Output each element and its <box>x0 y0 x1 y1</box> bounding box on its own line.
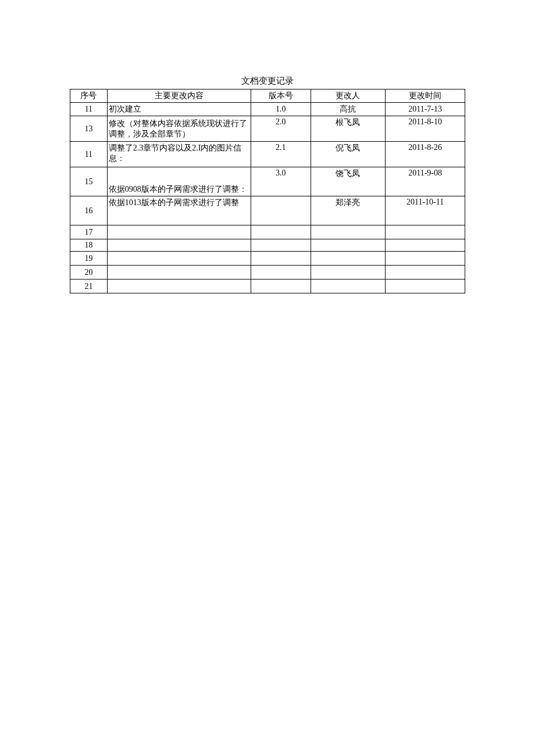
table-row: 11初次建立1.0高抗2011-7-13 <box>70 103 465 116</box>
cell-content: 修改（对整体内容依据系统现状进行了调整，涉及全部章节） <box>107 116 251 142</box>
cell-date: 2011-8-26 <box>386 142 465 167</box>
cell-content: 初次建立 <box>107 103 251 116</box>
table-body: 11初次建立1.0高抗2011-7-1313修改（对整体内容依据系统现状进行了调… <box>70 103 465 293</box>
cell-changer: 高抗 <box>311 103 386 116</box>
cell-date <box>386 266 465 280</box>
table-row: 21 <box>70 280 465 293</box>
table-row: 11调整了2.3章节内容以及2.I内的图片信息：2.1倪飞凤2011-8-26 <box>70 142 465 167</box>
change-log-table: 序号 主要更改内容 版本号 更改人 更改时间 11初次建立1.0高抗2011-7… <box>70 89 465 293</box>
cell-changer: 根飞凤 <box>311 116 386 142</box>
cell-version <box>251 266 311 280</box>
cell-version <box>251 196 311 225</box>
cell-changer <box>311 225 386 239</box>
cell-content <box>107 225 251 239</box>
header-seq: 序号 <box>70 89 108 103</box>
cell-seq: 18 <box>70 239 108 252</box>
cell-seq: 16 <box>70 196 108 225</box>
cell-date <box>386 280 465 293</box>
cell-content: 依据0908版本的子网需求进行了调整： <box>107 167 251 196</box>
table-row: 20 <box>70 266 465 280</box>
cell-changer <box>311 239 386 252</box>
cell-changer <box>311 252 386 266</box>
cell-content: 调整了2.3章节内容以及2.I内的图片信息： <box>107 142 251 167</box>
cell-seq: 11 <box>70 103 108 116</box>
cell-version <box>251 280 311 293</box>
cell-version: 1.0 <box>251 103 311 116</box>
cell-changer: 饶飞凤 <box>311 167 386 196</box>
cell-date <box>386 239 465 252</box>
cell-seq: 17 <box>70 225 108 239</box>
cell-changer: 倪飞凤 <box>311 142 386 167</box>
cell-version <box>251 225 311 239</box>
cell-date: 2011-10-11 <box>386 196 465 225</box>
table-row: 16依据1013版本的子网需求进行了调整郑泽亮2011-10-11 <box>70 196 465 225</box>
cell-changer: 郑泽亮 <box>311 196 386 225</box>
cell-date: 2011-9-08 <box>386 167 465 196</box>
cell-content <box>107 252 251 266</box>
cell-changer <box>311 266 386 280</box>
document-title: 文档变更记录 <box>70 76 465 87</box>
cell-content <box>107 266 251 280</box>
header-date: 更改时间 <box>386 89 465 103</box>
table-row: 18 <box>70 239 465 252</box>
table-row: 15依据0908版本的子网需求进行了调整：3.0饶飞凤2011-9-08 <box>70 167 465 196</box>
cell-date: 2011-8-10 <box>386 116 465 142</box>
header-changer: 更改人 <box>311 89 386 103</box>
cell-seq: 20 <box>70 266 108 280</box>
cell-content <box>107 239 251 252</box>
cell-version: 3.0 <box>251 167 311 196</box>
table-row: 17 <box>70 225 465 239</box>
table-row: 13修改（对整体内容依据系统现状进行了调整，涉及全部章节）2.0根飞凤2011-… <box>70 116 465 142</box>
cell-version: 2.0 <box>251 116 311 142</box>
cell-date <box>386 225 465 239</box>
table-header-row: 序号 主要更改内容 版本号 更改人 更改时间 <box>70 89 465 103</box>
cell-version <box>251 239 311 252</box>
cell-date <box>386 252 465 266</box>
cell-seq: 13 <box>70 116 108 142</box>
header-version: 版本号 <box>251 89 311 103</box>
cell-content <box>107 280 251 293</box>
cell-seq: 15 <box>70 167 108 196</box>
cell-changer <box>311 280 386 293</box>
header-content: 主要更改内容 <box>107 89 251 103</box>
table-row: 19 <box>70 252 465 266</box>
cell-seq: 19 <box>70 252 108 266</box>
cell-version: 2.1 <box>251 142 311 167</box>
cell-version <box>251 252 311 266</box>
cell-date: 2011-7-13 <box>386 103 465 116</box>
cell-seq: 21 <box>70 280 108 293</box>
cell-content: 依据1013版本的子网需求进行了调整 <box>107 196 251 225</box>
cell-seq: 11 <box>70 142 108 167</box>
